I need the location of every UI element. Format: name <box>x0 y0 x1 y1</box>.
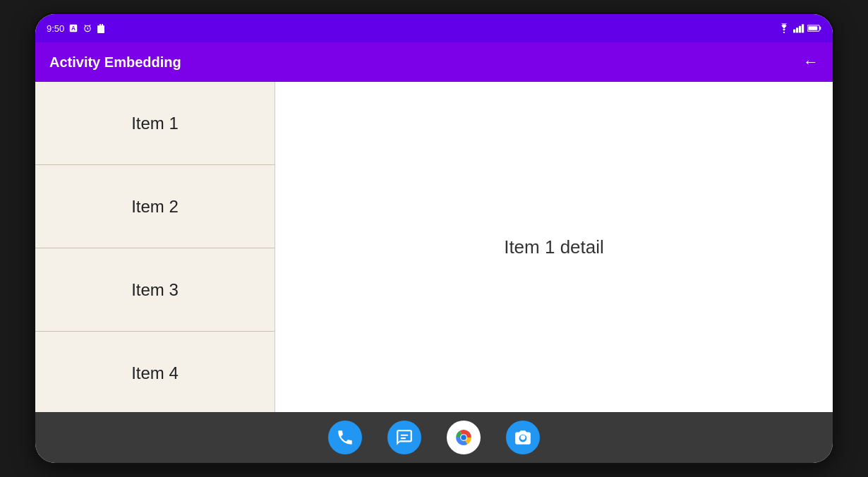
svg-point-22 <box>461 435 466 440</box>
list-panel: Item 1 Item 2 Item 3 Item 4 <box>35 82 275 412</box>
svg-text:A: A <box>71 25 76 32</box>
list-item-3-label: Item 3 <box>131 280 179 300</box>
list-item-1-label: Item 1 <box>131 114 179 133</box>
svg-rect-16 <box>819 27 821 30</box>
notification-a-icon: A <box>68 23 78 33</box>
nav-chrome-button[interactable] <box>447 421 481 454</box>
list-item-3[interactable]: Item 3 <box>35 248 275 332</box>
android-device: 9:50 A <box>35 14 833 463</box>
screen: 9:50 A <box>35 14 833 463</box>
svg-rect-18 <box>401 435 409 436</box>
svg-rect-17 <box>808 26 817 30</box>
nav-messages-button[interactable] <box>387 421 421 454</box>
status-right-icons <box>778 23 821 33</box>
phone-icon <box>336 428 354 447</box>
main-content: Item 1 Item 2 Item 3 Item 4 Item 1 detai… <box>35 82 833 412</box>
svg-rect-9 <box>100 24 101 26</box>
camera-icon <box>514 428 532 447</box>
battery-icon <box>807 23 821 33</box>
chrome-icon <box>454 428 473 447</box>
app-bar: Activity Embedding ← <box>35 42 833 82</box>
detail-text: Item 1 detail <box>504 236 604 258</box>
list-item-2[interactable]: Item 2 <box>35 165 275 248</box>
svg-rect-13 <box>799 26 801 33</box>
svg-point-10 <box>783 32 785 33</box>
svg-line-6 <box>90 25 91 26</box>
back-button[interactable]: ← <box>803 53 819 71</box>
nav-camera-button[interactable] <box>506 421 540 454</box>
svg-rect-11 <box>793 30 795 33</box>
alarm-icon <box>83 23 92 33</box>
list-item-4[interactable]: Item 4 <box>35 332 275 412</box>
svg-rect-14 <box>802 24 804 32</box>
signal-icon <box>793 23 804 33</box>
svg-line-5 <box>85 25 86 26</box>
nav-bar <box>35 412 833 463</box>
list-item-2-label: Item 2 <box>131 197 179 217</box>
wifi-icon <box>778 23 790 33</box>
messages-icon <box>395 428 414 447</box>
list-item-1[interactable]: Item 1 <box>35 82 275 165</box>
svg-rect-7 <box>97 25 104 33</box>
svg-rect-8 <box>102 24 103 27</box>
detail-panel: Item 1 detail <box>275 82 833 412</box>
time-display: 9:50 <box>47 23 64 34</box>
svg-rect-19 <box>401 437 406 439</box>
status-bar: 9:50 A <box>35 14 833 42</box>
svg-rect-12 <box>796 28 798 32</box>
app-title: Activity Embedding <box>49 54 786 71</box>
nav-phone-button[interactable] <box>328 421 362 454</box>
list-item-4-label: Item 4 <box>131 363 179 383</box>
status-left: 9:50 A <box>47 23 105 34</box>
sd-card-icon <box>97 23 105 33</box>
